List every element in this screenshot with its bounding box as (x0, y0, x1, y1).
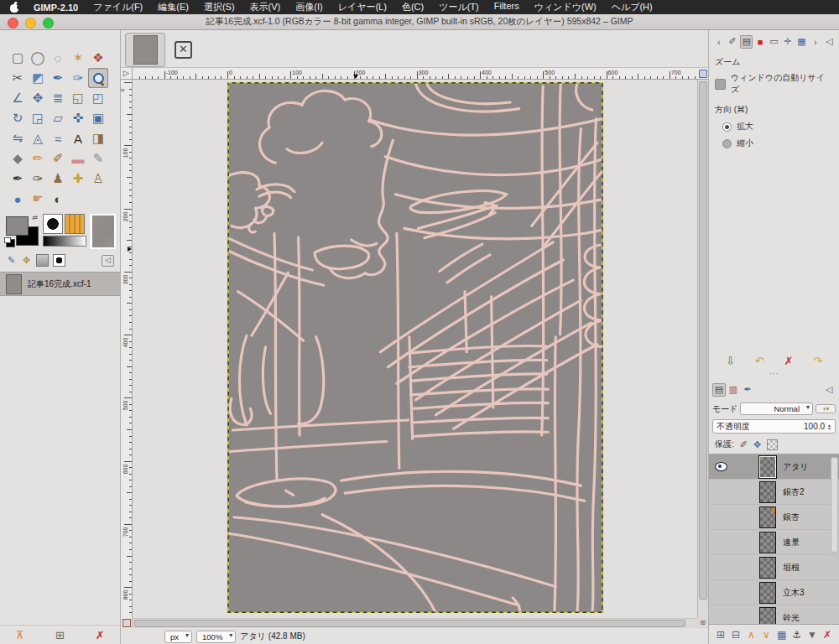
rectangle-select-tool[interactable]: ▢ (8, 48, 28, 68)
default-colors-icon[interactable] (6, 239, 15, 247)
mypaint-brush-tool[interactable]: ✑ (28, 169, 48, 189)
paths-tab[interactable]: ✒ (741, 383, 754, 397)
channels-tab[interactable]: ▥ (727, 383, 740, 397)
bucket-fill-tool[interactable]: ◨ (88, 128, 108, 148)
measure-tool[interactable]: ∠ (8, 88, 28, 108)
vertical-scrollbar-thumb[interactable] (699, 81, 707, 600)
new-image-button[interactable]: ⊞ (51, 629, 68, 641)
anchor-layer-button[interactable]: ⚓ (790, 629, 804, 641)
swap-colors-icon[interactable]: ⇄ (33, 214, 39, 221)
layer-row-5[interactable]: 立木3 (709, 580, 839, 605)
vertical-ruler[interactable]: 0100200300400500600700800 (121, 80, 133, 618)
layer-row-6[interactable]: 幹光 (709, 605, 839, 625)
layer-name[interactable]: 遠景 (783, 537, 800, 548)
gradient-preview-chip[interactable] (36, 254, 49, 267)
active-image-preview[interactable] (90, 214, 116, 249)
scale-tool[interactable]: ◲ (28, 108, 48, 128)
3d-transform-tool[interactable]: ▣ (88, 108, 108, 128)
opacity-spinner[interactable]: ▲▼ (827, 423, 831, 430)
layer-name[interactable]: 幹光 (783, 612, 800, 624)
text-tool[interactable]: A (68, 128, 88, 148)
fg-bg-color-widget[interactable]: ⇄ (6, 214, 39, 247)
pencil-tool[interactable]: ✏ (28, 148, 48, 169)
canvas[interactable] (227, 82, 603, 613)
blend-space-button[interactable]: ◑▾ (816, 404, 836, 413)
close-window-button[interactable] (8, 18, 18, 29)
open-image-list-item[interactable]: 記事16完成.xcf-1 (0, 272, 120, 296)
horizontal-ruler[interactable]: -1000100200300400500600700 (133, 68, 697, 80)
lock-position-icon[interactable]: ✥ (753, 439, 761, 450)
new-layer-button[interactable]: ⊞ (714, 629, 727, 641)
save-tool-preset-button[interactable]: ⇩ (722, 355, 738, 367)
shear-tool[interactable]: ▱ (48, 108, 68, 128)
foreground-select-tool[interactable]: ◩ (28, 68, 48, 88)
menu-item-1[interactable]: 編集(E) (150, 1, 196, 13)
active-pattern-chip[interactable] (65, 214, 85, 234)
menu-item-0[interactable]: ファイル(F) (86, 1, 150, 13)
blur-sharpen-tool[interactable]: ● (8, 189, 28, 209)
layers-tab[interactable]: ▤ (712, 383, 726, 397)
layer-row-1[interactable]: 銀杏2 (709, 480, 839, 505)
lock-pixels-icon[interactable]: ✐ (740, 439, 748, 450)
symmetry-icon[interactable]: ✥ (21, 255, 32, 266)
alignment-tool[interactable]: ≣ (48, 88, 68, 108)
ruler-corner-button[interactable]: ▷ (121, 68, 133, 80)
merge-layer-button[interactable]: ▼ (805, 629, 819, 641)
menu-item-6[interactable]: 色(C) (394, 1, 431, 13)
zoom-select[interactable]: 100% (196, 631, 236, 643)
window-title-bar[interactable]: 記事16完成.xcf-1.0 (RGBカラー 8-bit gamma integ… (0, 14, 839, 30)
minimize-window-button[interactable] (25, 18, 36, 29)
layer-row-4[interactable]: 垣根 (709, 555, 839, 580)
dock-prev-tab-button[interactable]: ‹ (712, 35, 725, 49)
unit-select[interactable]: px (164, 631, 192, 643)
layer-thumbnail[interactable] (759, 532, 776, 553)
dock-menu-button[interactable]: ◁ (823, 35, 836, 49)
flip-tool[interactable]: ⇋ (8, 128, 28, 148)
restore-tool-preset-button[interactable]: ↶ (751, 355, 768, 367)
layer-mode-select[interactable]: Normal (740, 402, 813, 415)
raise-layer-button[interactable]: ∧ (744, 629, 758, 641)
brushes-tab[interactable]: ✐ (726, 35, 738, 49)
zoom-tool[interactable] (88, 68, 108, 88)
brush-preview-chip[interactable] (53, 254, 65, 267)
tool-options-tab[interactable]: ▤ (740, 35, 753, 49)
menu-item-5[interactable]: レイヤー(L) (331, 1, 394, 13)
layer-row-2[interactable]: 銀杏 (709, 505, 839, 530)
navigation-button[interactable]: ⊞ (697, 618, 708, 628)
layer-visible-eye-icon[interactable] (712, 462, 729, 471)
heal-tool[interactable]: ✚ (68, 169, 88, 189)
reset-tool-preset-button[interactable]: ↷ (810, 355, 826, 367)
zoom-out-radio[interactable] (722, 139, 732, 148)
wilber-tab-icon[interactable]: ✕ (175, 41, 192, 59)
gradient-tool[interactable]: ◆ (8, 148, 28, 169)
layer-name[interactable]: 銀杏 (783, 512, 800, 523)
ink-tool[interactable]: ✒ (8, 169, 28, 189)
opacity-slider[interactable]: 不透明度 100.0 ▲▼ (712, 419, 836, 434)
horizontal-scrollbar-thumb[interactable] (134, 620, 685, 627)
crop-tool[interactable]: ◱ (68, 88, 88, 108)
layer-thumbnail[interactable] (759, 607, 776, 626)
images-tab[interactable]: ▦ (795, 35, 808, 49)
horizontal-scrollbar[interactable] (133, 618, 697, 628)
free-select-tool[interactable]: ◌ (48, 48, 68, 68)
layer-name[interactable]: 立木3 (783, 587, 805, 599)
pointer-tab[interactable]: ✛ (781, 35, 794, 49)
cage-transform-tool[interactable]: ◬ (28, 128, 48, 148)
clone-tool[interactable]: ♟ (48, 169, 68, 189)
layer-row-0[interactable]: アタリ (709, 454, 839, 480)
smudge-tool[interactable]: ☛ (28, 189, 48, 209)
fg-color-tab[interactable]: ■ (753, 35, 766, 49)
new-layer-group-button[interactable]: ⊟ (729, 629, 743, 641)
zoom-in-radio[interactable] (722, 122, 732, 132)
dock-next-tab-button[interactable]: › (809, 35, 821, 49)
fuzzy-select-tool[interactable]: ✶ (68, 48, 88, 68)
canvas-menu-button[interactable] (697, 68, 708, 80)
menu-item-7[interactable]: ツール(T) (431, 1, 487, 13)
select-by-color-tool[interactable]: ❖ (88, 48, 108, 68)
handle-transform-tool[interactable]: ✜ (68, 108, 88, 128)
paths-tool[interactable]: ✒ (48, 68, 68, 88)
image-tab[interactable] (125, 33, 165, 67)
layer-name[interactable]: 垣根 (783, 562, 800, 574)
apple-menu-icon[interactable] (10, 3, 19, 13)
duplicate-layer-button[interactable]: ▦ (775, 629, 789, 641)
